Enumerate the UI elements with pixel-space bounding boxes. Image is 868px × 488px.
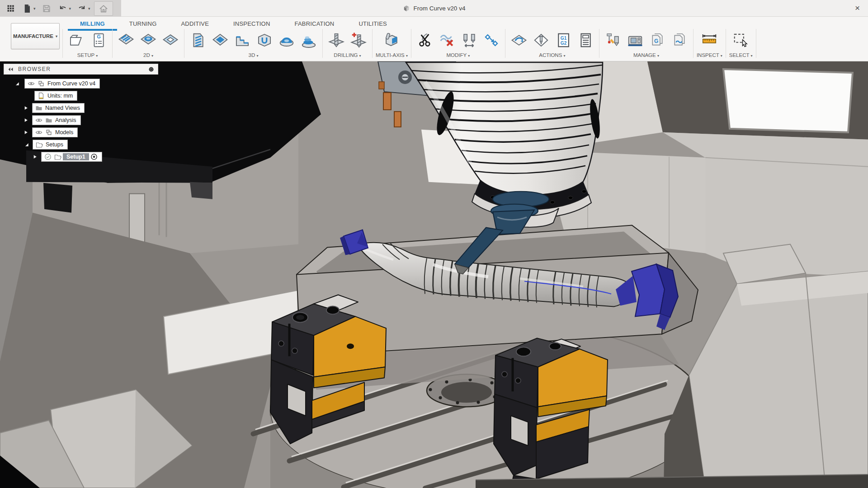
- adaptive-clearing-button[interactable]: [188, 30, 208, 51]
- flat-icon: [234, 32, 251, 49]
- 3d-pocket-button[interactable]: [210, 30, 231, 51]
- delete-passes-button[interactable]: [437, 30, 458, 51]
- measure-button[interactable]: [699, 30, 720, 51]
- group-label-modify[interactable]: MODIFY ▾: [447, 52, 470, 58]
- node-label: Models: [55, 129, 73, 136]
- panel-menu-icon[interactable]: [148, 66, 154, 72]
- expander-closed-icon[interactable]: [22, 105, 29, 111]
- browser-item-units-mm: Units: mm: [4, 89, 158, 102]
- expander-closed-icon[interactable]: [22, 130, 29, 135]
- home-button[interactable]: [94, 1, 113, 16]
- save-icon: [41, 3, 52, 14]
- browser-node-setups[interactable]: Setups: [33, 140, 68, 150]
- post-library-button[interactable]: G: [647, 30, 668, 51]
- 2d-pocket-icon: [140, 32, 157, 49]
- ribbon-group-3d: 3D ▾: [184, 29, 323, 58]
- browser-node-analysis[interactable]: Analysis: [32, 115, 81, 125]
- browser-node-named-views[interactable]: Named Views: [32, 103, 85, 113]
- ramp-icon: [300, 32, 317, 49]
- swarf-icon: [383, 32, 400, 49]
- target-icon[interactable]: [90, 153, 98, 160]
- caret-down-icon[interactable]: ▾: [69, 6, 71, 11]
- svg-text:G2: G2: [561, 41, 567, 46]
- ribbon-group-inspect: INSPECT ▾: [693, 29, 726, 58]
- ribbon-group-2d: 2D ▾: [113, 29, 184, 58]
- machine-library-button[interactable]: [625, 30, 646, 51]
- move-button[interactable]: [481, 30, 502, 51]
- window-select-button[interactable]: [731, 30, 751, 51]
- post-library-icon: G: [649, 32, 666, 49]
- redo-button[interactable]: ▾: [75, 2, 92, 15]
- face-icon: [118, 32, 135, 49]
- thread-button[interactable]: [348, 30, 369, 51]
- save-button[interactable]: [39, 2, 54, 15]
- flat-button[interactable]: [232, 30, 253, 51]
- 3d-pocket-icon: [212, 32, 229, 49]
- caret-down-icon: ▾: [151, 54, 153, 58]
- group-label-2d[interactable]: 2D ▾: [143, 52, 153, 58]
- swarf-button[interactable]: [381, 30, 402, 51]
- group-label-setup[interactable]: SETUP ▾: [77, 52, 98, 58]
- browser-title: BROWSER: [18, 66, 144, 72]
- collapse-panel-icon[interactable]: [8, 66, 14, 72]
- node-label: From Curve v20 v4: [47, 80, 95, 87]
- undo-button[interactable]: ▾: [56, 2, 73, 15]
- browser-node-models[interactable]: Models: [32, 127, 78, 137]
- trim-button[interactable]: [415, 30, 435, 51]
- group-label-drilling[interactable]: DRILLING ▾: [334, 52, 361, 58]
- browser-node-units-mm[interactable]: Units: mm: [34, 91, 77, 101]
- titlebar: ▾▾▾ From Curve v20 v4 ×: [0, 0, 868, 17]
- move-icon: [483, 32, 500, 49]
- nc-program-button[interactable]: G1G2: [553, 30, 574, 51]
- delete-passes-icon: [439, 32, 456, 49]
- simulate-button[interactable]: [509, 30, 529, 51]
- group-label-inspect[interactable]: INSPECT ▾: [697, 52, 722, 58]
- workspace-label: MANUFACTURE: [13, 33, 53, 39]
- check-circle-icon: [44, 153, 52, 160]
- spiral-button[interactable]: [276, 30, 297, 51]
- post-process-icon: [533, 32, 550, 49]
- component-icon: [45, 129, 52, 136]
- ribbon-group-manage: GMANAGE ▾: [599, 29, 693, 58]
- close-button[interactable]: ×: [852, 2, 863, 14]
- edit-tool-button[interactable]: [459, 30, 480, 51]
- 2d-contour-button[interactable]: [160, 30, 181, 51]
- group-label-manage[interactable]: MANAGE ▾: [633, 52, 659, 58]
- 2d-pocket-button[interactable]: [138, 30, 159, 51]
- horizontal-button[interactable]: [254, 30, 275, 51]
- expander-open-icon[interactable]: [23, 142, 30, 147]
- browser-node-setup1[interactable]: Setup1: [41, 152, 102, 162]
- expander-closed-icon[interactable]: [22, 117, 29, 123]
- undo-icon: [57, 3, 68, 14]
- expander-open-icon[interactable]: [14, 81, 21, 86]
- ramp-button[interactable]: [298, 30, 319, 51]
- ribbon-group-select: SELECT ▾: [726, 29, 756, 58]
- drill-button[interactable]: [326, 30, 347, 51]
- group-label-multi-axis[interactable]: MULTI-AXIS ▾: [376, 52, 408, 58]
- face-button[interactable]: [116, 30, 137, 51]
- template-library-button[interactable]: [669, 30, 690, 51]
- tool-library-icon: [604, 32, 622, 49]
- workspace-switcher-button[interactable]: MANUFACTURE ▾: [11, 23, 60, 49]
- job-sheet-button[interactable]: G: [88, 30, 109, 51]
- browser-header: BROWSER: [4, 64, 158, 75]
- browser-item-setup1: Setup1: [4, 150, 158, 163]
- file-button[interactable]: ▾: [20, 2, 38, 15]
- browser-node-from-curve-v20-v4[interactable]: From Curve v20 v4: [24, 79, 100, 89]
- setup-sheet-button[interactable]: [575, 30, 596, 51]
- app-grid-icon: [5, 3, 16, 14]
- eye-icon: [35, 129, 42, 136]
- tool-library-button[interactable]: [603, 30, 623, 51]
- drill-icon: [328, 32, 345, 49]
- caret-down-icon[interactable]: ▾: [88, 6, 90, 11]
- caret-down-icon[interactable]: ▾: [33, 6, 36, 11]
- group-label-3d[interactable]: 3D ▾: [249, 52, 259, 58]
- group-label-select[interactable]: SELECT ▾: [729, 52, 753, 58]
- app-grid-button[interactable]: [4, 2, 18, 15]
- caret-down-icon: ▾: [564, 54, 566, 58]
- group-label-actions[interactable]: ACTIONS ▾: [539, 52, 565, 58]
- post-process-button[interactable]: [531, 30, 552, 51]
- expander-closed-icon[interactable]: [31, 154, 38, 160]
- new-setup-button[interactable]: [66, 30, 87, 51]
- node-label: Named Views: [45, 105, 80, 111]
